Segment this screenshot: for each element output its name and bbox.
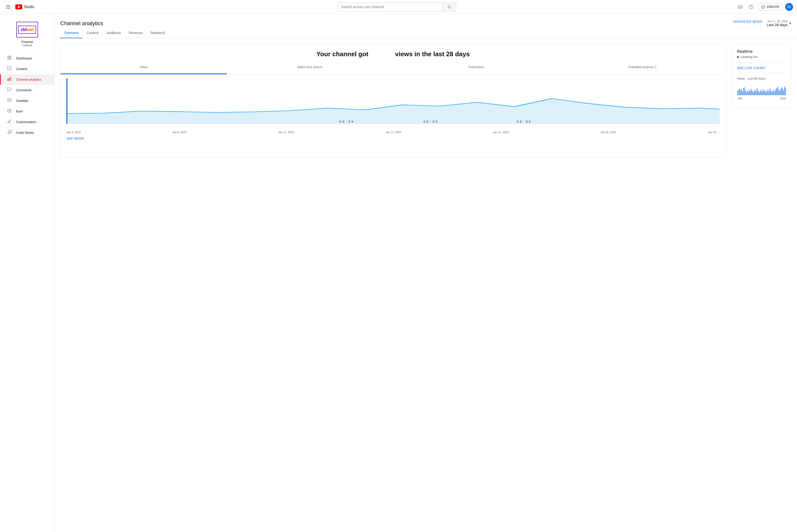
svg-rect-76 (771, 90, 771, 95)
svg-rect-63 (758, 90, 759, 95)
svg-rect-74 (768, 92, 769, 95)
sidebar: ctrlead Channel Ctrlead Dashboard Conten… (0, 14, 54, 532)
line-chart: ((·)) ((·)) ((·)) (67, 78, 720, 129)
sidebar-item-audio-library[interactable]: Audio library (0, 127, 54, 138)
svg-rect-58 (753, 92, 754, 95)
svg-rect-19 (10, 56, 11, 57)
see-live-count-button[interactable]: SEE LIVE COUNT (737, 66, 765, 70)
logo-area[interactable]: Studio (15, 4, 34, 10)
hamburger-icon (6, 5, 11, 8)
chart-container: ((·)) ((·)) ((·)) (60, 75, 726, 129)
svg-rect-47 (742, 92, 743, 95)
svg-rect-7 (738, 6, 742, 8)
tab-overview[interactable]: Overview (60, 28, 83, 38)
realtime-divider-2 (737, 73, 786, 73)
svg-rect-20 (8, 58, 9, 59)
svg-rect-25 (9, 78, 10, 81)
audio-library-icon (7, 130, 12, 135)
svg-rect-75 (769, 88, 770, 95)
tab-revenue[interactable]: Revenue (125, 28, 147, 38)
sidebar-item-content[interactable]: Content (0, 64, 54, 74)
svg-point-31 (8, 132, 9, 134)
help-button[interactable] (747, 2, 756, 11)
svg-point-5 (448, 5, 450, 8)
analytics-body: Your channel got views in the last 28 da… (54, 38, 797, 532)
search-bar (338, 2, 456, 11)
comments-label: Comments (16, 88, 32, 92)
svg-rect-54 (749, 90, 750, 95)
date-range-selector[interactable]: Jan 3 – 30, 2023 Last 28 days ▾ (767, 20, 791, 27)
header-left: Studio (4, 3, 58, 11)
info-icon: ⓘ (654, 65, 656, 69)
keyboard-shortcut-button[interactable] (736, 2, 745, 11)
metric-tab-views[interactable]: Views (60, 62, 227, 74)
sidebar-item-analytics[interactable]: Channel analytics (0, 74, 54, 85)
search-button[interactable] (442, 2, 456, 11)
page-title: Channel analytics (60, 20, 103, 27)
search-input[interactable] (338, 5, 442, 9)
svg-rect-60 (755, 90, 756, 95)
tab-audience[interactable]: Audience (103, 28, 125, 38)
svg-rect-24 (8, 79, 8, 81)
metric-watchtime-label: Watch time (hours) (297, 65, 323, 69)
sidebar-item-customization[interactable]: Customization (0, 117, 54, 127)
realtime-live-label: Updating live (740, 55, 758, 59)
svg-rect-81 (775, 89, 776, 95)
metric-tab-revenue[interactable]: Estimated revenue ⓘ (560, 62, 726, 74)
svg-rect-66 (761, 90, 761, 95)
content-icon (7, 66, 12, 72)
chart-label-48h: -48h (737, 97, 742, 100)
sidebar-item-comments[interactable]: Comments (0, 85, 54, 95)
sidebar-item-dashboard[interactable]: Dashboard (0, 53, 54, 64)
realtime-live-status: Updating live (737, 55, 786, 59)
content-area: Channel analytics ADVANCED MODE Jan 3 – … (54, 14, 797, 532)
svg-rect-0 (6, 5, 11, 6)
chart-section: Your channel got views in the last 28 da… (60, 44, 726, 158)
svg-rect-51 (746, 92, 747, 95)
subtitles-icon (7, 98, 12, 103)
svg-rect-73 (767, 90, 768, 95)
mini-bar-chart (737, 83, 786, 95)
svg-rect-72 (767, 91, 767, 95)
svg-rect-91 (785, 88, 786, 95)
channel-logo: ctrlead (16, 22, 38, 37)
svg-rect-83 (777, 87, 778, 95)
channel-name-label: Channel (21, 40, 33, 44)
date-label-5: Jan 26, 2023 (600, 131, 616, 134)
svg-rect-86 (780, 89, 781, 95)
menu-button[interactable] (4, 3, 12, 11)
keyboard-icon (738, 4, 743, 10)
date-label-2: Jan 12, 2023 (278, 131, 294, 134)
svg-rect-84 (778, 90, 779, 95)
tab-content[interactable]: Content (83, 28, 103, 38)
sidebar-item-subtitles[interactable]: Subtitles (0, 95, 54, 106)
svg-rect-64 (759, 92, 759, 95)
svg-line-6 (450, 8, 451, 8)
svg-rect-82 (776, 88, 777, 95)
svg-rect-90 (784, 87, 785, 95)
live-dot-icon (737, 56, 739, 58)
svg-text:((·)): ((·)) (423, 120, 438, 123)
create-button[interactable]: CREATE (758, 3, 783, 11)
metric-revenue-label: Estimated revenue (628, 65, 653, 69)
see-more-link[interactable]: SEE MORE (60, 134, 90, 144)
audio-library-label: Audio library (16, 131, 34, 134)
avatar-button[interactable]: SE (785, 3, 793, 11)
comments-icon (7, 87, 12, 93)
svg-rect-21 (10, 58, 11, 59)
svg-rect-50 (745, 90, 746, 95)
date-label-4: Jan 21, 2023 (493, 131, 509, 134)
metric-tab-subscribers[interactable]: Subscribers (393, 62, 560, 74)
svg-rect-85 (779, 91, 780, 95)
chevron-down-icon: ▾ (789, 21, 791, 26)
svg-rect-52 (747, 91, 748, 95)
sidebar-item-earn[interactable]: Earn (0, 106, 54, 117)
svg-rect-67 (762, 92, 762, 95)
metric-tab-watch-time[interactable]: Watch time (hours) (227, 62, 393, 74)
advanced-mode-button[interactable]: ADVANCED MODE (733, 20, 763, 23)
analytics-label: Channel analytics (16, 78, 41, 81)
date-range-text: Jan 3 – 30, 2023 Last 28 days (767, 20, 787, 27)
date-label-0: Jan 3, 2023 (67, 131, 81, 134)
tab-research[interactable]: Research (147, 28, 169, 38)
svg-rect-44 (739, 88, 740, 95)
